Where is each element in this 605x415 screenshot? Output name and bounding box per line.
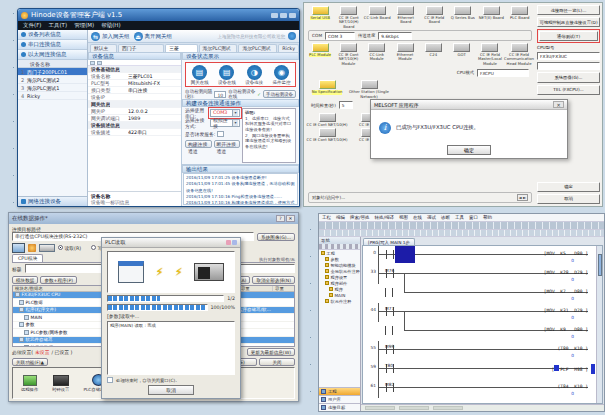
cpu-module-tab[interactable]: CPU模块 bbox=[12, 254, 43, 262]
instruction[interactable]: T80 K10 bbox=[558, 346, 588, 351]
menu-item[interactable]: 帮助(H) bbox=[101, 22, 120, 29]
cancel-button[interactable]: 取消 bbox=[537, 194, 600, 204]
module-data-button[interactable]: 模块数据 bbox=[12, 276, 38, 284]
sidebar-bottom-network-devices[interactable]: 网络连接设备 bbox=[18, 196, 87, 206]
ok-button[interactable]: 确定 bbox=[537, 182, 600, 192]
sidebar-section-device-list[interactable]: 设备列表信息 bbox=[18, 30, 87, 40]
property-row[interactable]: PLC型号 Mitsubishi-FX bbox=[88, 80, 181, 87]
navigation-category-tab[interactable]: 用户库 bbox=[319, 395, 360, 403]
menu-item[interactable]: 窗口 bbox=[469, 215, 478, 220]
contact-symbol[interactable]: M77 bbox=[385, 307, 395, 316]
plc-interface-option[interactable]: GOT bbox=[447, 42, 475, 57]
leave-gateway-button[interactable]: ⏏离开网关组 bbox=[134, 32, 173, 41]
network-route-option[interactable]: CC IE Cont NET/10(H) bbox=[306, 112, 348, 127]
ladder-rung[interactable]: MOV K9 D80 0 bbox=[363, 322, 596, 341]
scrollbar-thumb[interactable] bbox=[598, 254, 602, 276]
ladder-rung[interactable]: 61 M82 T84 K10 0 bbox=[363, 379, 596, 398]
direct-connection-setting-button[interactable]: 可编程控制器直接连接设置(D) bbox=[537, 17, 600, 27]
com-port-value[interactable]: COM 3 bbox=[325, 32, 355, 40]
contact-symbol[interactable] bbox=[384, 288, 394, 297]
device-tab[interactable]: 西门子200PLC01 bbox=[118, 44, 164, 52]
contact-symbol[interactable] bbox=[384, 326, 394, 335]
property-row[interactable]: 网关IP 12.0.0.2 bbox=[88, 108, 181, 115]
menu-item[interactable]: 搜索/替换 bbox=[350, 215, 370, 220]
device-list-item[interactable]: 4 Ricky bbox=[18, 92, 87, 100]
device-tab[interactable]: 默认主页 bbox=[90, 44, 117, 52]
menu-item[interactable]: 调试 bbox=[427, 215, 436, 220]
navigation-tree-item[interactable]: 软元件注释 bbox=[319, 298, 360, 304]
property-row[interactable]: 网关调试端口 1989 bbox=[88, 115, 181, 122]
ladder-editor-area[interactable]: 0 MOV K5 D80 0 3 bbox=[362, 245, 603, 404]
device-list-item[interactable]: 1 西门子200PLC01 bbox=[18, 68, 87, 76]
related-functions-button[interactable]: 关联功能(F)▲ bbox=[12, 358, 48, 366]
pc-interface-option[interactable]: Q Series Bus bbox=[449, 5, 478, 20]
time-check-value[interactable]: 5 bbox=[339, 101, 353, 109]
interval-input[interactable]: 10 bbox=[214, 91, 226, 98]
progress-cancel-button[interactable]: 取消 bbox=[148, 385, 194, 395]
property-row[interactable]: 设备名称 三菱PLC01 bbox=[88, 73, 181, 80]
device-tab[interactable]: 三菱PLC01 bbox=[165, 44, 197, 52]
instruction[interactable]: MOV K31 D79 bbox=[544, 308, 588, 313]
menu-item[interactable]: 工具 bbox=[455, 215, 464, 220]
build-channel-button[interactable]: 构建连接通道 bbox=[185, 140, 212, 148]
connect-mode-select[interactable]: 模拟连接▾ bbox=[210, 119, 240, 127]
menu-item[interactable]: 诊断 bbox=[441, 215, 450, 220]
property-row[interactable]: 设备基础信息 bbox=[88, 66, 181, 73]
close-button[interactable] bbox=[289, 13, 296, 18]
ladder-rung[interactable]: 44 M77 MOV K31 D79 0 bbox=[363, 303, 596, 322]
instruction[interactable]: T84 K10 bbox=[558, 384, 588, 389]
instruction[interactable]: MOV K5 D80 bbox=[544, 251, 588, 256]
instruction[interactable]: PLF M98 bbox=[552, 365, 588, 372]
sidebar-section-ethernet[interactable]: 以太网连接信息 bbox=[18, 50, 87, 60]
sidebar-section-serial[interactable]: 串口连接信息 bbox=[18, 40, 87, 50]
minimize-button[interactable] bbox=[271, 13, 278, 18]
navigation-category-tab[interactable]: 工程 bbox=[319, 387, 360, 395]
connection-test-button[interactable]: 通信测试(T) bbox=[539, 31, 598, 41]
mode-radio[interactable]: 读取(R) bbox=[58, 245, 81, 251]
ladder-rung[interactable]: MOV K7 D80 0 bbox=[363, 284, 596, 303]
other-station-option[interactable]: Other Station (Single Network) bbox=[348, 79, 390, 99]
vertical-scrollbar[interactable] bbox=[596, 246, 602, 403]
close-icon[interactable]: ✕ bbox=[553, 101, 564, 108]
property-row[interactable]: 网关信息 bbox=[88, 101, 181, 108]
auto-check-checkbox[interactable]: ✓ bbox=[257, 92, 261, 97]
progress-titlebar[interactable]: PLC读取 bbox=[102, 238, 240, 248]
menu-item[interactable]: 帮助 bbox=[483, 215, 492, 220]
system-image-button[interactable]: 系统图像(G)... bbox=[257, 233, 295, 241]
navigation-category-tab[interactable]: 连接目标 bbox=[319, 403, 360, 411]
property-row[interactable]: 设备描述 422串口 bbox=[88, 129, 181, 136]
plc-interface-option[interactable]: CC-Link Module bbox=[363, 42, 391, 62]
menu-item[interactable]: 转换/编译 bbox=[375, 215, 395, 220]
pc-interface-option[interactable]: CC-Link Board bbox=[363, 5, 392, 20]
ladder-rung[interactable]: 33 M76 MOV K28 D79 0 bbox=[363, 265, 596, 284]
pc-interface-option[interactable]: Ethernet Board bbox=[392, 5, 421, 25]
contact-symbol[interactable]: M82 bbox=[385, 383, 395, 392]
menu-item[interactable]: 视图 bbox=[399, 215, 408, 220]
close-button[interactable]: ✕ bbox=[286, 215, 295, 222]
pc-interface-option[interactable]: PLC Board bbox=[506, 5, 535, 20]
online-data-titlebar[interactable]: 在线数据操作* ?✕ bbox=[9, 213, 298, 224]
instruction[interactable]: MOV K28 D79 bbox=[544, 270, 588, 275]
forward-checkbox[interactable] bbox=[217, 131, 224, 137]
plc-interface-option[interactable]: CC IE Field Master/Local Module bbox=[476, 42, 504, 66]
contact-symbol[interactable]: M99 bbox=[385, 345, 395, 354]
plc-interface-option[interactable]: PLC Module bbox=[306, 42, 334, 57]
maximize-button[interactable] bbox=[280, 13, 287, 18]
pc-interface-option[interactable]: CC IE Field Board bbox=[420, 5, 449, 25]
melsoft-titlebar[interactable]: MELSOFT 应用程序 ✕ bbox=[371, 100, 567, 110]
plc-interface-option[interactable]: Ethernet Module bbox=[391, 42, 419, 62]
ladder-rung[interactable]: 59 T80 PLF M98 bbox=[363, 360, 596, 379]
contact-symbol[interactable]: M76 bbox=[385, 269, 395, 278]
column-size[interactable]: 容量 bbox=[272, 286, 294, 291]
instruction[interactable]: MOV K7 D80 bbox=[544, 289, 588, 294]
menu-item[interactable]: 在线 bbox=[413, 215, 422, 220]
property-row[interactable]: 设备描述信息 bbox=[88, 122, 181, 129]
connection-channel-list-button[interactable]: 连接路径一览(L)... bbox=[537, 5, 600, 15]
plc-interface-option[interactable]: CC IE Cont NET/10(H) Module bbox=[334, 42, 362, 66]
device-tab[interactable]: Ricky bbox=[278, 44, 299, 52]
remote-operation-button[interactable]: 远程操作 bbox=[21, 375, 38, 392]
ladder-rung[interactable]: 55 M99 T80 K10 0 bbox=[363, 341, 596, 360]
break-channel-button[interactable]: 断开连接通道 bbox=[214, 140, 241, 148]
pc-interface-option[interactable]: NET(II) Board bbox=[477, 5, 506, 20]
titlebar[interactable]: Hinode设备管理客户端 v1.5 bbox=[18, 9, 299, 21]
